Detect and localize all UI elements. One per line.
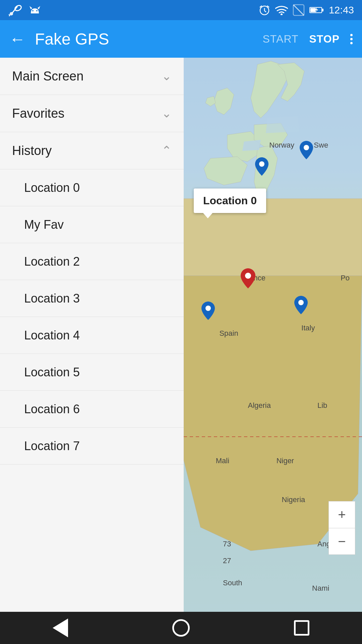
history-item-3[interactable]: Location 3 [0,280,184,317]
history-item-label-1: My Fav [24,218,64,232]
svg-rect-17 [322,9,323,11]
nav-section-favorites: Favorites ⌄ [0,95,184,132]
history-item-4[interactable]: Location 4 [0,317,184,354]
main-screen-chevron-down-icon: ⌄ [162,69,172,83]
nav-recents-icon [294,620,309,636]
zoom-in-button[interactable]: + [328,501,355,528]
app-bar: ← Fake GPS START STOP [0,20,362,58]
status-bar-left-icons [8,3,42,17]
favorites-chevron-down-icon: ⌄ [162,106,172,120]
zoom-controls: + − [328,501,355,555]
location-popup: Location 0 [194,189,266,213]
wifi-icon [275,5,288,15]
history-item-label-0: Location 0 [24,181,80,195]
location-popup-label: Location 0 [203,195,257,207]
history-item-1[interactable]: My Fav [0,206,184,243]
battery-icon [309,6,324,14]
history-label: History [12,144,52,158]
nav-back-icon [53,619,68,637]
map-marker-blue-3[interactable] [201,302,215,321]
svg-point-23 [205,306,211,311]
menu-dot-2 [350,38,353,40]
nav-recents-button[interactable] [282,612,322,644]
svg-point-21 [304,145,309,150]
start-button[interactable]: START [263,33,299,45]
map-marker-red[interactable] [241,268,255,290]
navigation-bar [0,612,362,644]
nav-home-button[interactable] [161,612,201,644]
status-bar-right-icons: 12:43 [258,4,354,16]
map-marker-blue-4[interactable] [294,296,308,316]
satellite-dish-icon [8,3,22,17]
main-content: Main Screen ⌄ Favorites ⌄ History ⌃ Loca… [0,58,362,612]
favorites-label: Favorites [12,106,64,121]
history-item-2[interactable]: Location 2 [0,243,184,280]
app-title: Fake GPS [35,30,253,48]
history-item-0[interactable]: Location 0 [0,169,184,206]
history-item-label-6: Location 6 [24,402,80,416]
svg-point-20 [259,161,264,167]
history-item-label-2: Location 2 [24,255,80,269]
menu-dot-1 [350,34,353,36]
history-item-label-7: Location 7 [24,439,80,453]
history-item-label-4: Location 4 [24,328,80,342]
map-marker-blue-1[interactable] [255,157,268,177]
svg-rect-16 [310,8,316,12]
history-items-list: Location 0My FavLocation 2Location 3Loca… [0,169,184,465]
history-item-7[interactable]: Location 7 [0,428,184,465]
main-screen-header[interactable]: Main Screen ⌄ [0,58,184,95]
history-item-label-5: Location 5 [24,365,80,379]
map-background: NorwaySwePoFranceSpainItalyAlgeriaLibMal… [184,58,362,612]
map-area: NorwaySwePoFranceSpainItalyAlgeriaLibMal… [184,58,362,612]
status-bar: 12:43 [0,0,362,20]
sim-icon [293,4,305,16]
svg-point-22 [245,273,251,279]
status-time: 12:43 [329,4,354,16]
alarm-icon [258,4,270,16]
menu-button[interactable] [350,31,353,47]
nav-back-button[interactable] [40,612,80,644]
left-panel: Main Screen ⌄ Favorites ⌄ History ⌃ Loca… [0,58,184,612]
svg-point-24 [298,300,304,305]
history-header[interactable]: History ⌃ [0,132,184,169]
stop-button[interactable]: STOP [309,33,340,45]
svg-point-6 [36,10,38,11]
app-bar-actions: START STOP [263,31,353,47]
cat-icon [28,3,42,17]
svg-line-9 [264,11,266,12]
history-item-6[interactable]: Location 6 [0,391,184,428]
menu-dot-3 [350,42,353,44]
nav-section-main-screen: Main Screen ⌄ [0,58,184,95]
map-marker-blue-2[interactable] [300,141,313,161]
history-item-label-3: Location 3 [24,291,80,306]
zoom-out-button[interactable]: − [328,528,355,555]
svg-line-4 [9,14,10,15]
svg-point-12 [281,13,283,15]
svg-point-2 [14,4,22,12]
history-item-5[interactable]: Location 5 [0,354,184,391]
history-chevron-up-icon: ⌃ [162,144,172,158]
main-screen-label: Main Screen [12,69,83,84]
nav-section-history: History ⌃ [0,132,184,169]
favorites-header[interactable]: Favorites ⌄ [0,95,184,132]
svg-point-5 [32,10,34,11]
svg-line-14 [293,5,304,15]
back-button[interactable]: ← [9,30,25,48]
nav-home-icon [172,619,190,637]
